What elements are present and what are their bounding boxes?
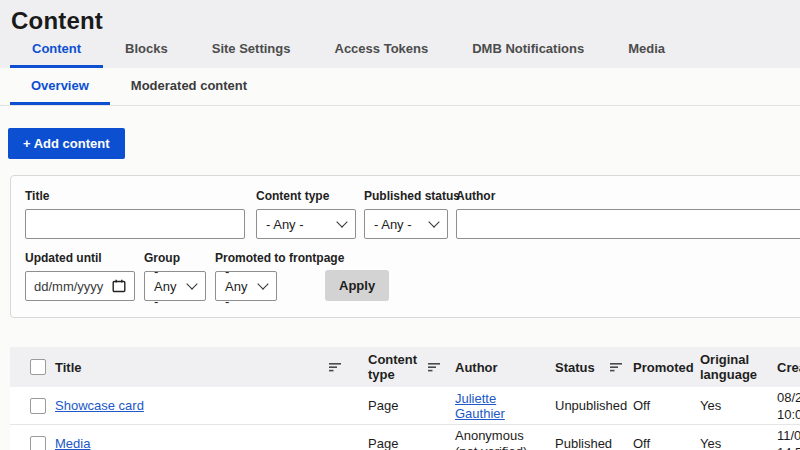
header-checkbox-cell [10,359,55,375]
filter-row-2: Updated until dd/mm/yyyy Group - Any - [25,251,800,301]
sort-icon[interactable] [329,362,342,372]
tab-overview[interactable]: Overview [10,68,110,105]
row-promoted-cell: Off [633,398,700,413]
group-select[interactable]: - Any - [144,271,206,301]
filter-published-status-field: Published status - Any - [364,189,448,239]
author-filter-input[interactable] [456,209,800,239]
apply-button[interactable]: Apply [325,270,389,301]
title-filter-input[interactable] [25,209,245,239]
sort-icon[interactable] [610,362,623,372]
row-original-language-cell: Yes [700,436,777,450]
row-checkbox-cell [10,436,55,450]
tab-media[interactable]: Media [606,33,687,68]
calendar-icon [112,279,126,293]
filter-updated-until-field: Updated until dd/mm/yyyy [25,251,135,301]
tab-site-settings[interactable]: Site Settings [190,33,313,68]
content-title-link[interactable]: Media [55,436,90,450]
row-created-cell: 11/0 14:5 [777,427,800,450]
header-content-type-label: Content type [368,352,428,382]
row-status-cell: Published [555,436,633,450]
tab-dmb-notifications[interactable]: DMB Notifications [450,33,606,68]
header-original-language-label: Original language [700,352,762,382]
created-time: 10:0 [777,407,800,422]
header-promoted-label: Promoted [633,360,694,375]
page-header: Content Content Blocks Site Settings Acc… [0,0,800,68]
title-filter-label: Title [25,189,245,203]
sort-icon[interactable] [428,362,441,372]
content-type-value: Page [368,436,398,450]
created-time: 14:5 [777,445,800,450]
row-title-cell: Media [55,436,350,450]
header-created: Crea [777,360,800,375]
created-value: 11/0 14:5 [777,427,800,450]
row-author-cell: Anonymous (not verified) [455,428,555,450]
tab-content[interactable]: Content [10,33,103,68]
created-date: 11/0 [777,428,800,443]
tab-access-tokens[interactable]: Access Tokens [313,33,451,68]
header-created-label: Crea [777,360,800,375]
chevron-down-icon [428,216,439,227]
published-status-select[interactable]: - Any - [364,209,448,239]
created-date: 08/2 [777,390,800,405]
row-author-cell: Juliette Gauthier [455,391,555,421]
promoted-select[interactable]: - Any - [215,271,277,301]
chevron-down-icon [336,216,347,227]
content-type-filter-label: Content type [256,189,356,203]
author-filter-label: Author [456,189,800,203]
header-promoted: Promoted [633,360,700,375]
filter-promoted-field: Promoted to frontpage - Any - [215,251,277,301]
original-language-value: Yes [700,398,721,413]
promoted-value: Off [633,436,650,450]
header-content-type[interactable]: Content type [350,352,455,382]
header-title[interactable]: Title [55,360,350,375]
chevron-down-icon [186,278,197,289]
tab-blocks[interactable]: Blocks [103,33,190,68]
filter-title-field: Title [25,189,245,239]
row-checkbox-cell [10,398,55,414]
created-value: 08/2 10:0 [777,389,800,423]
table-header-row: Title Content type Author Status [10,347,800,387]
page: Content Content Blocks Site Settings Acc… [0,0,800,450]
row-promoted-cell: Off [633,436,700,450]
published-status-filter-label: Published status [364,189,448,203]
filter-group-field: Group - Any - [144,251,206,301]
row-title-cell: Showcase card [55,398,350,413]
chevron-down-icon [257,278,268,289]
header-author: Author [455,360,555,375]
content-title-link[interactable]: Showcase card [55,398,144,413]
author-link[interactable]: Juliette Gauthier [455,391,547,421]
header-author-label: Author [455,360,498,375]
updated-until-date-input[interactable]: dd/mm/yyyy [25,271,135,301]
original-language-value: Yes [700,436,721,450]
filter-panel: Title Content type - Any - Published sta… [10,175,800,318]
content-type-select-value: - Any - [266,217,304,232]
page-title: Content [0,0,800,35]
header-title-label: Title [55,360,82,375]
filter-content-type-field: Content type - Any - [256,189,356,239]
header-status[interactable]: Status [555,360,633,375]
published-status-select-value: - Any - [374,217,412,232]
row-checkbox[interactable] [30,436,46,450]
content-type-select[interactable]: - Any - [256,209,356,239]
add-content-button[interactable]: + Add content [8,128,125,159]
primary-tabs: Content Blocks Site Settings Access Toke… [10,33,687,68]
row-original-language-cell: Yes [700,398,777,413]
filter-row-1: Title Content type - Any - Published sta… [25,189,800,239]
promoted-select-value: - Any - [225,264,254,309]
group-select-value: - Any - [154,264,183,309]
row-content-type-cell: Page [350,398,455,413]
status-value: Published [555,436,612,450]
secondary-tabs: Overview Moderated content [0,68,800,106]
table-row: Showcase card Page Juliette Gauthier Unp… [10,387,800,425]
select-all-checkbox[interactable] [30,359,46,375]
row-content-type-cell: Page [350,436,455,450]
row-checkbox[interactable] [30,398,46,414]
date-placeholder: dd/mm/yyyy [34,279,103,294]
header-status-label: Status [555,360,595,375]
tab-moderated-content[interactable]: Moderated content [110,68,268,105]
promoted-value: Off [633,398,650,413]
filter-author-field: Author [456,189,800,239]
content-type-value: Page [368,398,398,413]
content-table: Title Content type Author Status [10,347,800,450]
table-row: Media Page Anonymous (not verified) Publ… [10,425,800,450]
